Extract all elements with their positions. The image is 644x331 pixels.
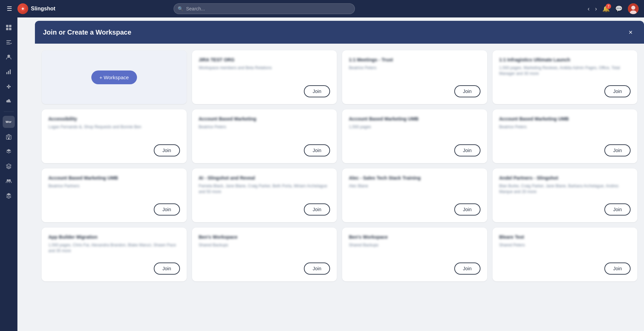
card-desc: Beatrice Peters — [199, 124, 330, 139]
workspace-card-jira-test: JIRA TEST ORG Workspace members and Beta… — [192, 50, 337, 104]
sidebar-item-buildings[interactable] — [3, 131, 15, 143]
sidebar-item-cloud[interactable] — [3, 95, 15, 107]
app-name: Slingshot — [31, 6, 55, 12]
card-desc: Shared Backups — [199, 242, 330, 257]
card-title: Account Based Marketing — [199, 116, 330, 122]
sidebar-item-layers3[interactable] — [3, 190, 15, 202]
join-button-app-builder[interactable]: Join — [154, 263, 180, 275]
card-title: Account Based Marketing UMB — [349, 116, 480, 122]
card-desc: 1,593 pages, Marketing Reviews, Anikita … — [499, 65, 631, 80]
sidebar-item-workspace[interactable]: Wor — [3, 116, 15, 128]
card-title: Accessibility — [48, 116, 180, 122]
join-button-abm-umb3[interactable]: Join — [154, 203, 180, 216]
card-title: Bleare Test — [499, 234, 631, 240]
join-button-ben-workspace2[interactable]: Join — [454, 263, 480, 275]
svg-rect-20 — [7, 136, 8, 137]
workspace-card-app-builder: App Builder Migration 1,593 pages, Chris… — [42, 228, 187, 281]
notifications-button[interactable]: 🔔 7 — [602, 5, 610, 12]
card-desc: Alec Blane — [349, 183, 480, 198]
card-desc: Shared Backups — [349, 242, 480, 257]
search-icon: 🔍 — [178, 6, 183, 11]
card-desc: Shared Peters — [499, 242, 631, 257]
workspace-card-ben-workspace2: Ben's Workspace Shared Backups Join — [342, 228, 487, 281]
sidebar-item-layers2[interactable] — [3, 160, 15, 172]
svg-rect-12 — [6, 72, 7, 74]
notification-badge: 7 — [606, 4, 611, 9]
workspace-card-alec-sales: Alec - Sales Tech Stack Training Alec Bl… — [342, 169, 487, 222]
workspace-card-accessibility: Accessibility Logan Fernando &, Shop Req… — [42, 109, 187, 163]
join-button-ai-slingshot[interactable]: Join — [304, 203, 330, 216]
topbar: ☰ Slingshot 🔍 ‹ › 🔔 7 💬 — [0, 0, 644, 17]
create-workspace-card: + Workspace — [42, 50, 187, 104]
card-desc: Pamela Black, Jane Blane, Craig Parker, … — [199, 183, 330, 198]
card-title: Ben's Workspace — [349, 234, 480, 240]
svg-point-23 — [7, 179, 9, 181]
workspace-card-abm-umb3: Account Based Marketing UMB Beatrice Par… — [42, 169, 187, 222]
join-button-abm-umb[interactable]: Join — [454, 144, 480, 156]
hamburger-button[interactable]: ☰ — [5, 4, 13, 14]
svg-rect-22 — [8, 138, 9, 139]
card-desc: Logan Fernando &, Shop Requests and Bonn… — [48, 124, 180, 139]
card-desc: 1,593 pages — [349, 124, 480, 139]
main-layout: Wor — [0, 17, 644, 331]
sidebar-item-integrations[interactable] — [3, 81, 15, 93]
svg-point-18 — [8, 87, 9, 89]
create-workspace-button[interactable]: + Workspace — [91, 70, 137, 84]
sidebar-item-tasks[interactable] — [3, 36, 15, 48]
sidebar: Wor — [0, 17, 17, 331]
join-button-abm[interactable]: Join — [304, 144, 330, 156]
card-title: 1:1 Meetings - Trust — [349, 57, 480, 62]
modal-close-button[interactable]: × — [625, 27, 636, 38]
join-button-11-meetings[interactable]: Join — [454, 85, 480, 97]
sidebar-item-layers1[interactable] — [3, 145, 15, 157]
svg-point-11 — [7, 55, 10, 57]
workspace-card-abm: Account Based Marketing Beatrice Peters … — [192, 109, 337, 163]
sidebar-item-people[interactable] — [3, 51, 15, 63]
svg-rect-21 — [9, 136, 10, 137]
card-desc: Workspace members and Beta Relations — [199, 65, 330, 80]
back-button[interactable]: ‹ — [588, 5, 590, 12]
svg-rect-9 — [6, 42, 10, 43]
svg-rect-14 — [10, 69, 11, 74]
card-title: Andel Partners - Slingshot — [499, 175, 631, 181]
join-button-anded-partners[interactable]: Join — [604, 203, 631, 216]
join-button-accessibility[interactable]: Join — [154, 144, 180, 156]
svg-rect-7 — [9, 28, 11, 30]
modal-body[interactable]: + Workspace JIRA TEST ORG Workspace memb… — [35, 44, 644, 331]
logo-icon — [17, 3, 28, 14]
workspace-card-ai-slingshot: AI - Slingshot and Reveal Pamela Black, … — [192, 169, 337, 222]
modal-title: Join or Create a Workspace — [43, 29, 131, 36]
search-input[interactable] — [174, 3, 355, 14]
svg-rect-10 — [6, 44, 10, 44]
card-desc: 1,593 pages, Chris Far, Alexandra Brando… — [48, 242, 180, 257]
card-title: 1:1 Infragistics Ultimate Launch — [499, 57, 631, 62]
workspace-card-11-meetings: 1:1 Meetings - Trust Beatrice Peters Joi… — [342, 50, 487, 104]
join-button-alec-sales[interactable]: Join — [454, 203, 480, 216]
avatar[interactable] — [628, 3, 639, 14]
svg-rect-13 — [8, 71, 9, 74]
sidebar-item-analytics[interactable] — [3, 66, 15, 78]
sidebar-item-group[interactable] — [3, 175, 15, 187]
join-button-abm-umb2[interactable]: Join — [604, 144, 631, 156]
join-button-infragistics[interactable]: Join — [604, 85, 631, 97]
join-button-ben-workspace[interactable]: Join — [304, 263, 330, 275]
forward-button[interactable]: › — [595, 5, 597, 12]
card-title: Account Based Marketing UMB — [48, 175, 180, 181]
card-title: Alec - Sales Tech Stack Training — [349, 175, 480, 181]
svg-point-2 — [631, 6, 635, 10]
topbar-right: ‹ › 🔔 7 💬 — [588, 3, 639, 14]
card-desc: Beatrice Peters — [349, 65, 480, 80]
chat-button[interactable]: 💬 — [615, 5, 623, 12]
workspace-card-bleare-test: Bleare Test Shared Peters Join — [493, 228, 638, 281]
card-desc: Beatrice Peters — [499, 124, 631, 139]
svg-rect-5 — [9, 25, 11, 27]
app-logo: Slingshot — [17, 3, 55, 14]
sidebar-divider-1 — [4, 111, 14, 112]
sidebar-item-home[interactable] — [3, 21, 15, 34]
workspace-card-ben-workspace: Ben's Workspace Shared Backups Join — [192, 228, 337, 281]
join-button-jira-test[interactable]: Join — [304, 85, 330, 97]
join-button-bleare-test[interactable]: Join — [604, 263, 631, 275]
workspace-card-anded-partners: Andel Partners - Slingshot Blan Burke, C… — [493, 169, 638, 222]
modal: Join or Create a Workspace × + Workspace… — [35, 21, 644, 331]
card-title: Ben's Workspace — [199, 234, 330, 240]
